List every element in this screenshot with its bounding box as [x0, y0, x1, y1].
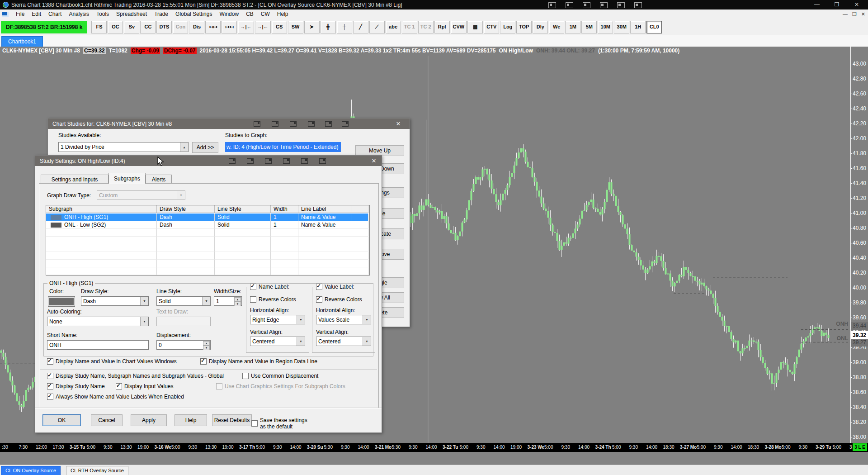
name-reverse-colors-checkbox[interactable]: Reverse Colors: [250, 296, 296, 303]
chevron-down-icon[interactable]: ▼: [140, 317, 148, 326]
displacement-input[interactable]: 0 ▲▼: [156, 340, 211, 350]
subgraph-empty-row[interactable]: [46, 252, 369, 260]
menu-edit[interactable]: Edit: [28, 10, 45, 19]
line-tool-icon[interactable]: ╱: [353, 21, 368, 33]
value-reverse-colors-checkbox[interactable]: Reverse Colors: [316, 296, 362, 303]
window-layout-icon-2[interactable]: [566, 2, 573, 8]
selected-study-item[interactable]: w. ID: 4 (High/Low for Time Period - Ext…: [225, 142, 341, 152]
draw-style-select[interactable]: Dash ▼: [81, 296, 149, 306]
mdi-restore-icon[interactable]: ❐: [852, 11, 857, 17]
menu-file[interactable]: File: [12, 10, 28, 19]
dock-window-icon[interactable]: [272, 121, 278, 127]
chart-tab-cl-rth-overlay-source[interactable]: CL RTH Overlay Source: [66, 466, 128, 475]
studies-available-list[interactable]: 1 Divided by Price ▲: [58, 142, 189, 152]
checkbox-always-show-name-and-value-labels-when-e[interactable]: Always Show Name and Value Labels When E…: [47, 394, 184, 400]
checkbox-display-name-and-value-in-chart-values-w[interactable]: Display Name and Value in Chart Values W…: [47, 358, 177, 365]
spinner-arrows[interactable]: ▲▼: [203, 341, 210, 349]
toolbar-button-30m[interactable]: 30M: [614, 21, 629, 33]
tvw-grid-icon[interactable]: ▦: [467, 21, 483, 33]
subgraph-row-2[interactable]: ONL - Low (SG2)DashSolid1Name & Value: [46, 221, 369, 229]
toolbar-button-ctv[interactable]: CTV: [484, 21, 499, 33]
window-layout-icon-1[interactable]: [548, 2, 556, 8]
tile-vertical-icon[interactable]: [308, 121, 315, 127]
compress-scale-icon[interactable]: →|←: [238, 21, 254, 33]
subgraph-empty-row[interactable]: [46, 229, 369, 237]
spinner-arrows[interactable]: ▲▼: [234, 297, 241, 305]
decrease-bar-spacing-icon[interactable]: ↦↤: [222, 21, 237, 33]
checkbox-display-study-name-subgraph-names-and-su[interactable]: Display Study Name, Subgraph Names and S…: [47, 373, 224, 379]
window-layout-icon-3[interactable]: [583, 2, 590, 8]
width-size-input[interactable]: 1 ▲▼: [214, 296, 242, 306]
chevron-down-icon[interactable]: ▼: [363, 337, 371, 346]
window-layout-icon-6[interactable]: [634, 2, 642, 8]
toolbar-button-cc[interactable]: CC: [140, 21, 156, 33]
tab-settings-and-inputs[interactable]: Settings and Inputs: [41, 175, 108, 184]
toolbar-button-oc[interactable]: OC: [108, 21, 123, 33]
expand-scale-icon[interactable]: →|←: [255, 21, 271, 33]
chevron-down-icon[interactable]: ▼: [297, 315, 305, 324]
short-name-input[interactable]: ONH: [47, 340, 149, 350]
chevron-down-icon[interactable]: ▼: [363, 315, 371, 324]
window-layout-icon-4[interactable]: [600, 2, 608, 8]
name-horizontal-align-select[interactable]: Right Edge▼: [250, 315, 305, 324]
scroll-up-icon[interactable]: ▲: [180, 142, 188, 152]
ray-tool-icon[interactable]: ⟋: [369, 21, 385, 33]
checkbox-use-common-displacement[interactable]: Use Common Displacement: [242, 373, 318, 379]
toolbar-button-5m[interactable]: 5M: [581, 21, 597, 33]
name-label-checkbox[interactable]: [250, 284, 256, 290]
checkbox-display-name-and-value-in-region-data-li[interactable]: Display Name and Value in Region Data Li…: [200, 358, 317, 365]
dialog-button-ok[interactable]: OK: [42, 414, 81, 426]
split-window-icon[interactable]: [342, 121, 349, 127]
mdi-close-icon[interactable]: ✕: [861, 11, 865, 17]
toolbar-button-sv[interactable]: Sv: [124, 21, 139, 33]
line-style-select[interactable]: Solid ▼: [156, 296, 211, 306]
toolbar-button-cl0[interactable]: CL0: [646, 21, 662, 33]
close-button[interactable]: ✕: [849, 0, 864, 10]
tab-alerts[interactable]: Alerts: [146, 175, 172, 184]
toolbar-button-10m[interactable]: 10M: [598, 21, 613, 33]
value-horizontal-align-select[interactable]: Values Scale▼: [316, 315, 371, 324]
text-tool-icon[interactable]: abc: [386, 21, 401, 33]
toolbar-button-top[interactable]: TOP: [516, 21, 532, 33]
mdi-minimize-icon[interactable]: —: [843, 11, 848, 17]
detach-window-icon[interactable]: [254, 121, 260, 127]
dialog-button-reset-defaults[interactable]: Reset Defaults: [212, 414, 252, 426]
study-settings-close-icon[interactable]: ✕: [368, 156, 380, 166]
tile-horizontal-icon[interactable]: [290, 121, 297, 127]
toolbar-button-1m[interactable]: 1M: [565, 21, 580, 33]
menu-analysis[interactable]: Analysis: [65, 10, 93, 19]
subgraph-empty-row[interactable]: [46, 260, 369, 267]
chart-studies-close-icon[interactable]: ✕: [392, 119, 404, 129]
subgraph-table[interactable]: SubgraphDraw StyleLine StyleWidthLine La…: [46, 205, 370, 276]
toolbar-button-1h[interactable]: 1H: [630, 21, 646, 33]
cascade-windows-icon[interactable]: [301, 158, 308, 164]
dock-window-icon[interactable]: [247, 158, 254, 164]
chart-studies-button-move-up[interactable]: Move Up: [355, 145, 404, 156]
toolbar-button-dts[interactable]: DTS: [156, 21, 172, 33]
increase-bar-spacing-icon[interactable]: ↤↦: [205, 21, 221, 33]
save-as-default-checkbox[interactable]: Save these settings as the default: [251, 417, 307, 430]
menu-chart[interactable]: Chart: [45, 10, 65, 19]
tile-horizontal-icon[interactable]: [265, 158, 272, 164]
subgraph-empty-row[interactable]: [46, 244, 369, 252]
chevron-down-icon[interactable]: ▼: [202, 297, 210, 305]
menu-spreadsheet[interactable]: Spreadsheet: [113, 10, 151, 19]
minimize-button[interactable]: —: [809, 0, 825, 10]
split-window-icon[interactable]: [319, 158, 326, 164]
toolbar-button-dis[interactable]: Dis: [189, 21, 204, 33]
toolbar-button-sw[interactable]: SW: [288, 21, 303, 33]
menu-window[interactable]: Window: [216, 10, 242, 19]
tab-subgraphs[interactable]: Subgraphs: [108, 173, 146, 184]
subgraph-color-button[interactable]: [48, 296, 75, 307]
dialog-button-help[interactable]: Help: [175, 414, 207, 426]
menu-cb[interactable]: CB: [242, 10, 257, 19]
toolbar-button-fs[interactable]: FS: [91, 21, 107, 33]
study-settings-title-bar[interactable]: Study Settings: ON High/Low (ID:4) ✕: [35, 156, 382, 166]
pointer-tool-icon[interactable]: ➤: [304, 21, 320, 33]
checkbox-display-study-name[interactable]: Display Study Name: [47, 383, 105, 390]
menu-help[interactable]: Help: [274, 10, 292, 19]
maximize-button[interactable]: ❐: [829, 0, 844, 10]
chart-tab-cl-on-overlay-source[interactable]: CL ON Overlay Source: [1, 466, 61, 475]
toolbar-button-we[interactable]: We: [549, 21, 564, 33]
name-vertical-align-select[interactable]: Centered▼: [250, 337, 305, 346]
